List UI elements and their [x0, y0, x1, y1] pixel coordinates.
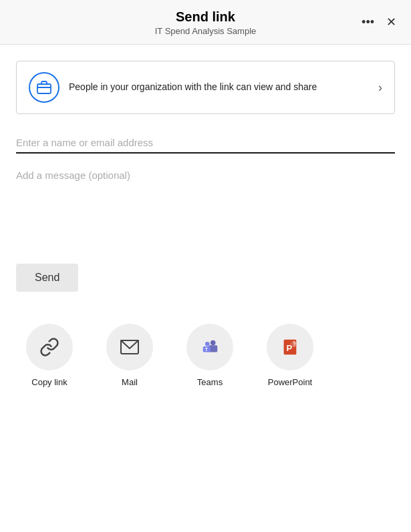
message-textarea[interactable]: [16, 186, 395, 240]
teams-label: Teams: [197, 377, 223, 387]
email-input[interactable]: [16, 133, 395, 154]
powerpoint-label: PowerPoint: [268, 377, 312, 387]
mail-icon-circle: [106, 324, 153, 370]
header-actions: ••• ✕: [358, 11, 400, 33]
svg-point-5: [205, 342, 210, 346]
message-label: Add a message (optional): [16, 170, 395, 181]
svg-rect-0: [37, 84, 51, 93]
link-permission-selector[interactable]: People in your organization with the lin…: [16, 61, 395, 114]
svg-text:T: T: [205, 346, 209, 352]
chevron-right-icon: ›: [378, 81, 382, 95]
teams-icon: T: [200, 337, 220, 357]
share-option-teams[interactable]: T Teams: [176, 324, 243, 387]
more-options-button[interactable]: •••: [358, 11, 378, 33]
link-permission-text: People in your organization with the lin…: [69, 81, 372, 94]
message-section: Add a message (optional): [16, 170, 395, 242]
dialog-subtitle: IT Spend Analysis Sample: [155, 26, 257, 36]
dialog-container: Send link IT Spend Analysis Sample ••• ✕…: [0, 0, 411, 532]
share-option-copy-link[interactable]: Copy link: [16, 324, 83, 387]
svg-point-3: [211, 340, 216, 346]
powerpoint-icon: P: [280, 337, 300, 357]
share-options-row: Copy link Mail: [16, 318, 395, 387]
briefcase-icon: [36, 79, 52, 95]
email-input-section: [16, 133, 395, 154]
copy-link-icon-circle: [26, 324, 73, 370]
share-option-mail[interactable]: Mail: [96, 324, 163, 387]
send-button[interactable]: Send: [16, 264, 78, 292]
powerpoint-icon-circle: P: [267, 324, 313, 370]
dialog-header: Send link IT Spend Analysis Sample ••• ✕: [0, 0, 411, 45]
close-button[interactable]: ✕: [382, 11, 400, 33]
header-title-group: Send link IT Spend Analysis Sample: [155, 9, 257, 36]
dialog-content: People in your organization with the lin…: [0, 45, 411, 403]
copy-link-label: Copy link: [31, 377, 67, 387]
teams-icon-circle: T: [186, 324, 233, 370]
link-permission-icon-circle: [29, 72, 59, 103]
mail-label: Mail: [122, 377, 138, 387]
copy-link-icon: [39, 337, 59, 357]
dialog-title: Send link: [155, 9, 257, 25]
mail-icon: [120, 340, 139, 354]
share-option-powerpoint[interactable]: P PowerPoint: [257, 324, 323, 387]
